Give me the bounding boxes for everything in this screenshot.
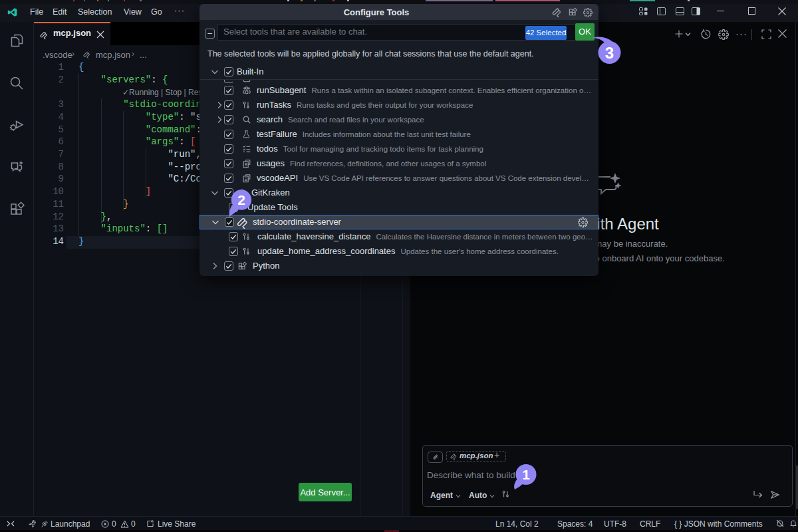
svg-text:3: 3 — [605, 44, 614, 62]
svg-text:1: 1 — [522, 467, 530, 482]
svg-text:2: 2 — [237, 192, 245, 207]
